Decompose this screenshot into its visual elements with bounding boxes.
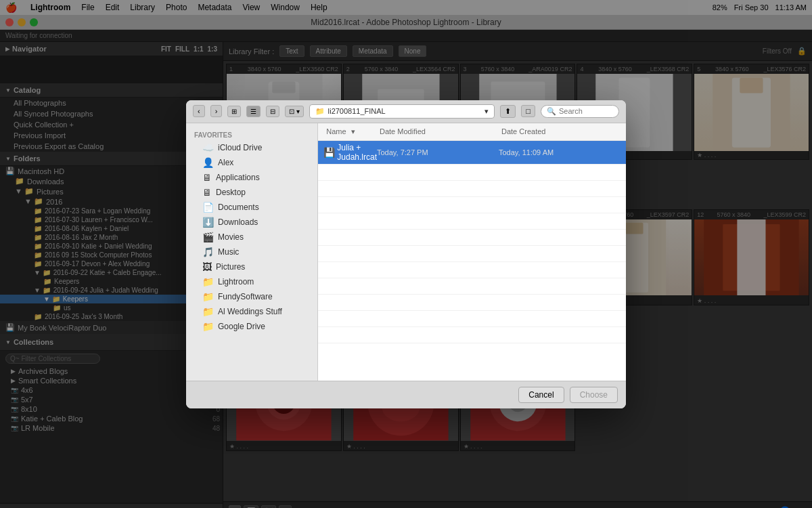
modal-sidebar-fundy[interactable]: 📁 FundySoftware [186, 289, 317, 304]
lrcat-file-icon: 💾 [323, 147, 337, 158]
fundy-folder-icon: 📁 [202, 291, 214, 302]
modal-sidebar-music[interactable]: 🎵 Music [186, 245, 317, 259]
modal-search-input[interactable] [559, 107, 613, 115]
modal-sidebar: Favorites ☁️ iCloud Drive 👤 Alex 🖥 Appli… [186, 123, 318, 381]
file-picker-modal: ‹ › ⊞ ☰ ⊟ ⊡ ▾ 📁 Ii2700811_FINAL ▾ ⬆ □ 🔍 … [186, 100, 626, 408]
modal-date-mod-col-label: Date Modified [380, 127, 426, 135]
lightroom-folder-icon: 📁 [202, 276, 214, 287]
modal-empty-row-9 [318, 295, 626, 311]
modal-empty-row-8 [318, 278, 626, 295]
modal-col-name-header[interactable]: Name ▾ [323, 126, 377, 137]
modal-cancel-button[interactable]: Cancel [518, 387, 564, 403]
modal-sidebar-desktop[interactable]: 🖥 Desktop [186, 185, 317, 200]
modal-col-date-mod-header[interactable]: Date Modified [377, 126, 499, 137]
modal-sidebar-google-drive-label: Google Drive [218, 322, 265, 331]
modal-sidebar-desktop-label: Desktop [216, 188, 246, 197]
modal-empty-row-11 [318, 327, 626, 343]
modal-path-selector[interactable]: 📁 Ii2700811_FINAL ▾ [309, 104, 495, 119]
modal-sidebar-al-weddings[interactable]: 📁 Al Weddings Stuff [186, 304, 317, 319]
modal-sidebar-alex[interactable]: 👤 Alex [186, 155, 317, 170]
modal-search-container: 🔍 [541, 105, 619, 118]
modal-file-date-mod-julia-judah: Today, 7:27 PM [377, 148, 499, 156]
modal-share-btn[interactable]: ⬆ [500, 105, 516, 118]
modal-sidebar-applications[interactable]: 🖥 Applications [186, 170, 317, 185]
al-weddings-folder-icon: 📁 [202, 306, 214, 317]
modal-body: Favorites ☁️ iCloud Drive 👤 Alex 🖥 Appli… [186, 123, 626, 381]
modal-column-view-btn[interactable]: ⊟ [266, 106, 279, 117]
modal-empty-row-5 [318, 230, 626, 246]
modal-gallery-view-btn[interactable]: ⊡ ▾ [285, 106, 304, 117]
modal-sidebar-pictures[interactable]: 🖼 Pictures [186, 259, 317, 274]
modal-path-text: Ii2700811_FINAL [328, 107, 386, 115]
modal-sidebar-movies[interactable]: 🎬 Movies [186, 230, 317, 245]
modal-file-content: Name ▾ Date Modified Date Created 💾 Juli… [318, 123, 626, 381]
modal-sidebar-icloud-label: iCloud Drive [218, 143, 262, 152]
modal-path-chevron[interactable]: ▾ [484, 107, 489, 116]
modal-file-row-julia-judah[interactable]: 💾 Julia + Judah.lrcat Today, 7:27 PM Tod… [318, 141, 626, 165]
modal-file-date-created-julia-judah: Today, 11:09 AM [499, 148, 621, 156]
pictures-icon: 🖼 [202, 261, 212, 272]
modal-sidebar-icloud[interactable]: ☁️ iCloud Drive [186, 140, 317, 155]
modal-empty-row-7 [318, 262, 626, 278]
modal-sidebar-applications-label: Applications [216, 173, 260, 182]
modal-content-header: Name ▾ Date Modified Date Created [318, 123, 626, 141]
applications-icon: 🖥 [202, 172, 212, 183]
movies-icon: 🎬 [202, 232, 214, 242]
modal-new-folder-btn[interactable]: □ [521, 105, 535, 117]
modal-sidebar-movies-label: Movies [218, 232, 244, 242]
modal-footer: Cancel Choose [186, 381, 626, 408]
modal-sidebar-al-weddings-label: Al Weddings Stuff [218, 307, 282, 316]
music-icon: 🎵 [202, 247, 214, 257]
modal-sidebar-lightroom[interactable]: 📁 Lightroom [186, 274, 317, 289]
modal-file-name-julia-judah: Julia + Judah.lrcat [337, 143, 377, 162]
modal-name-col-label: Name [326, 127, 346, 135]
modal-sidebar-pictures-label: Pictures [216, 262, 245, 272]
modal-empty-row-10 [318, 311, 626, 327]
modal-icon-view-btn[interactable]: ⊞ [227, 106, 241, 117]
modal-search-icon: 🔍 [547, 107, 556, 116]
modal-empty-row-4 [318, 213, 626, 230]
modal-empty-row-6 [318, 246, 626, 262]
modal-sort-arrow: ▾ [351, 127, 355, 135]
modal-empty-row-1 [318, 165, 626, 181]
modal-empty-row-3 [318, 197, 626, 213]
modal-empty-row-2 [318, 181, 626, 197]
modal-file-list: 💾 Julia + Judah.lrcat Today, 7:27 PM Tod… [318, 141, 626, 381]
modal-sidebar-google-drive[interactable]: 📁 Google Drive [186, 319, 317, 334]
modal-sidebar-lightroom-label: Lightroom [218, 277, 254, 287]
desktop-icon: 🖥 [202, 187, 212, 198]
modal-sidebar-downloads-label: Downloads [218, 217, 258, 227]
icloud-icon: ☁️ [202, 142, 214, 153]
modal-sidebar-alex-label: Alex [218, 158, 233, 167]
modal-sidebar-fundy-label: FundySoftware [218, 292, 273, 301]
modal-overlay: ‹ › ⊞ ☰ ⊟ ⊡ ▾ 📁 Ii2700811_FINAL ▾ ⬆ □ 🔍 … [0, 0, 812, 508]
modal-sidebar-music-label: Music [218, 247, 239, 257]
modal-sidebar-documents[interactable]: 📄 Documents [186, 200, 317, 215]
user-icon: 👤 [202, 157, 214, 168]
folder-icon: 📁 [315, 107, 325, 116]
downloads-icon: ⬇️ [202, 217, 214, 228]
modal-date-created-col-label: Date Created [501, 127, 545, 135]
modal-list-view-btn[interactable]: ☰ [246, 106, 261, 117]
modal-sidebar-downloads[interactable]: ⬇️ Downloads [186, 215, 317, 230]
modal-forward-btn[interactable]: › [210, 105, 223, 117]
modal-back-btn[interactable]: ‹ [193, 105, 205, 117]
documents-icon: 📄 [202, 202, 214, 213]
modal-col-date-created-header: Date Created [499, 126, 621, 137]
modal-choose-button[interactable]: Choose [570, 387, 618, 403]
google-drive-icon: 📁 [202, 321, 214, 332]
modal-toolbar: ‹ › ⊞ ☰ ⊟ ⊡ ▾ 📁 Ii2700811_FINAL ▾ ⬆ □ 🔍 [186, 100, 626, 123]
modal-sidebar-favorites-label: Favorites [186, 129, 317, 140]
modal-sidebar-documents-label: Documents [218, 203, 259, 212]
